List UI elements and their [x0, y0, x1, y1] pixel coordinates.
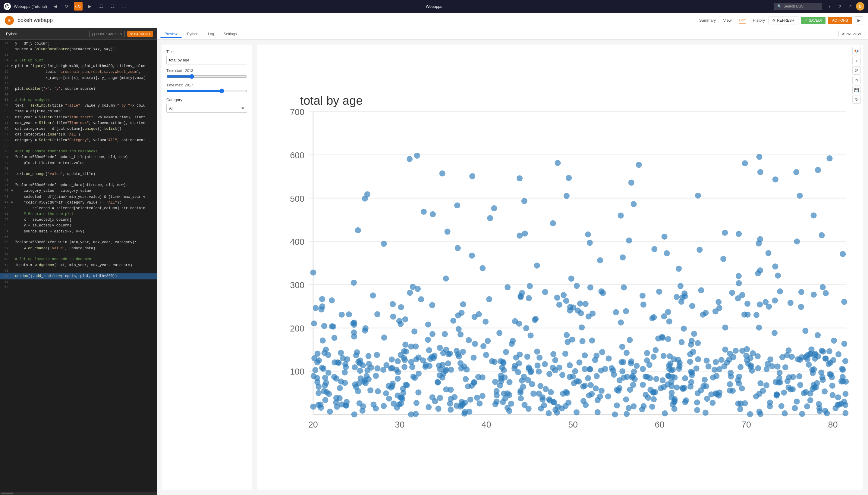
time-start-slider[interactable]: [166, 74, 247, 79]
line-text: plot.title.text = text.value: [15, 160, 84, 166]
back-nav-icon[interactable]: ◀: [51, 2, 60, 11]
scatter-dot: [479, 393, 486, 399]
scatter-dot: [842, 358, 848, 364]
doc-nav-icon[interactable]: ☷: [97, 2, 105, 11]
scatter-dot: [518, 395, 524, 402]
search-box[interactable]: 🔍 Search DSS...: [774, 3, 822, 10]
line-arrow: ▶: [12, 200, 15, 206]
scatter-dot: [803, 354, 809, 360]
scatter-dot: [651, 314, 657, 320]
zoom-reset-icon[interactable]: 0P: [852, 66, 861, 75]
tab-settings[interactable]: Settings: [219, 30, 241, 38]
scatter-dot: [423, 362, 429, 368]
refresh-chart-icon[interactable]: ↻: [852, 95, 861, 104]
refresh-label: REFRESH: [777, 18, 794, 22]
arrow-button[interactable]: ▶: [855, 16, 863, 24]
line-text: x_range=[min(x), max(x)], y_range=[min(y…: [15, 75, 145, 81]
table-nav-icon[interactable]: ☷: [109, 2, 117, 11]
help-icon[interactable]: ?: [835, 2, 844, 11]
scatter-dot: [574, 409, 579, 415]
zoom-in-icon[interactable]: +: [852, 57, 861, 65]
svg-point-0: [5, 4, 9, 8]
refresh-button[interactable]: ⟳ REFRESH: [769, 17, 798, 24]
scatter-dot: [313, 305, 319, 311]
scatter-dot: [656, 289, 662, 295]
code-content[interactable]: 21y = df[y_column]22source = ColumnDataS…: [0, 40, 157, 492]
category-select[interactable]: All Category A Category B: [166, 104, 247, 113]
preview-button[interactable]: ⟳ PREVIEW: [838, 31, 864, 37]
scatter-dot: [609, 365, 615, 371]
scatter-dot: [661, 353, 667, 359]
line-number: 36: [2, 126, 12, 132]
scatter-dot: [413, 400, 420, 406]
scatter-dot: [645, 395, 651, 401]
title-input[interactable]: [166, 56, 247, 65]
scatter-dot: [671, 356, 677, 362]
scatter-dot: [653, 376, 659, 382]
code-line: 35max_year = Slider(title="Time max", va…: [0, 120, 157, 126]
scatter-dot: [794, 238, 800, 244]
scatter-dot: [322, 382, 328, 388]
scatter-dot: [536, 391, 542, 396]
user-avatar[interactable]: N: [856, 2, 864, 11]
line-number: 39: [2, 143, 12, 149]
line-text: x = selected[x_column]: [15, 217, 71, 223]
analytics-icon[interactable]: ↗: [846, 2, 854, 11]
scatter-dot: [439, 170, 445, 176]
scatter-dot: [310, 373, 316, 379]
tab-log[interactable]: Log: [204, 30, 218, 38]
scatter-dot: [550, 220, 556, 226]
backend-button[interactable]: ⟳ BACKEND: [127, 31, 153, 37]
scatter-dot: [374, 311, 380, 317]
scatter-dot: [757, 380, 764, 386]
saved-button[interactable]: ✓ SAVED!: [801, 17, 825, 24]
summary-link[interactable]: Summary: [699, 17, 716, 24]
code-line: 21y = df[y_column]: [0, 41, 157, 47]
scatter-dot: [716, 305, 722, 311]
scrollbar-thumb[interactable]: [1, 493, 13, 494]
play-nav-icon[interactable]: ▶: [86, 2, 94, 11]
scatter-dot: [820, 284, 826, 290]
history-link[interactable]: History: [753, 17, 765, 24]
line-number: 24: [2, 58, 12, 64]
grid-icon[interactable]: ⋮: [825, 2, 834, 11]
refresh-icon: ⟳: [772, 18, 775, 22]
tab-preview[interactable]: Preview: [160, 30, 182, 38]
scatter-dot: [664, 250, 670, 256]
scatter-dot: [709, 400, 716, 406]
edit-link[interactable]: Edit: [739, 17, 745, 24]
scatter-dot: [483, 352, 489, 358]
scatter-dot: [471, 355, 476, 361]
actions-button[interactable]: ACTIONS: [828, 17, 852, 24]
sync-nav-icon[interactable]: ⟳: [63, 2, 71, 11]
line-number: 62: [2, 273, 12, 279]
view-link[interactable]: View: [723, 17, 732, 24]
line-number: 51: [2, 211, 12, 217]
scatter-dot: [528, 332, 534, 338]
tab-python[interactable]: Python: [183, 30, 202, 38]
scatter-dot: [640, 382, 646, 388]
color-palette-icon[interactable]: [852, 47, 861, 55]
line-arrow: [12, 115, 15, 120]
scatter-dot: [755, 353, 761, 359]
code-nav-icon[interactable]: </>: [74, 2, 83, 11]
line-text: selected = selected[selected[cat_column]…: [15, 206, 145, 211]
scatter-dot: [644, 350, 650, 356]
line-arrow: [12, 97, 15, 103]
save-chart-icon[interactable]: 💾: [852, 86, 861, 94]
scatter-dot: [619, 344, 625, 350]
app-logo: [4, 3, 11, 10]
code-samples-button[interactable]: { } CODE SAMPLES: [89, 31, 125, 37]
rotate-icon[interactable]: ↻: [852, 76, 861, 84]
code-scrollbar[interactable]: [0, 492, 157, 495]
svg-text:600: 600: [290, 151, 305, 160]
python-lang-tab[interactable]: Python: [4, 31, 20, 37]
more-nav-icon[interactable]: …: [120, 2, 128, 11]
scatter-dot: [772, 263, 778, 270]
scatter-dot: [517, 233, 523, 238]
time-max-slider[interactable]: [166, 88, 247, 93]
scatter-dot: [310, 270, 316, 275]
line-arrow: [12, 154, 15, 160]
scatter-dot: [503, 349, 509, 355]
scatter-dot: [757, 302, 763, 307]
